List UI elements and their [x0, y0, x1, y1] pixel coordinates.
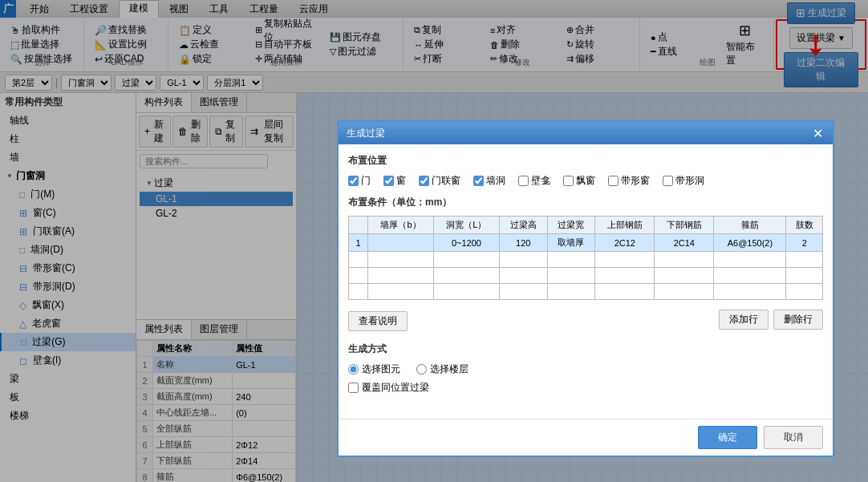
- table-action-btns: 添加行 删除行: [719, 310, 823, 330]
- modal-overlay: 生成过梁 ✕ 布置位置 门 窗 门联窗: [0, 0, 868, 482]
- modal-body: 布置位置 门 窗 门联窗 墙洞: [339, 144, 833, 419]
- del-row-btn[interactable]: 删除行: [773, 310, 823, 330]
- checkbox-wall-opening[interactable]: 墙洞: [473, 174, 505, 188]
- cancel-btn[interactable]: 取消: [764, 426, 823, 449]
- checkbox-bay-window[interactable]: 飘窗: [563, 174, 595, 188]
- modal-header: 生成过梁 ✕: [339, 122, 833, 144]
- generate-options-left: 选择图元 选择楼层 覆盖同位置过梁: [348, 363, 468, 395]
- condition-row-empty2: [349, 268, 823, 284]
- condition-section-title: 布置条件（单位：mm）: [348, 196, 823, 209]
- checkbox-window[interactable]: 窗: [383, 174, 406, 188]
- checkbox-door-window-combo[interactable]: 门联窗: [419, 174, 460, 188]
- placement-checkboxes: 门 窗 门联窗 墙洞 壁龛: [348, 174, 823, 188]
- add-row-btn[interactable]: 添加行: [719, 310, 769, 330]
- condition-row-1: 1 0~1200 120 取墙厚 2C12 2C14 A6@150(2) 2: [349, 234, 823, 252]
- modal-footer: 确定 取消: [339, 419, 833, 456]
- view-description-btn[interactable]: 查看说明: [348, 311, 408, 331]
- condition-row-empty3: [349, 284, 823, 300]
- checkbox-door[interactable]: 门: [348, 174, 371, 188]
- checkbox-strip-window[interactable]: 带形窗: [608, 174, 650, 188]
- placement-section-title: 布置位置: [348, 154, 823, 168]
- modal-close-btn[interactable]: ✕: [810, 126, 825, 140]
- condition-row-empty: [349, 252, 823, 268]
- radio-select-element[interactable]: 选择图元: [348, 363, 400, 376]
- generate-lintel-modal: 生成过梁 ✕ 布置位置 门 窗 门联窗: [337, 120, 834, 457]
- condition-table: 墙厚（b） 洞宽（L） 过梁高 过梁宽 上部钢筋 下部钢筋 箍筋 肢数 1 0: [348, 216, 823, 300]
- checkbox-cover-same-pos[interactable]: 覆盖同位置过梁: [348, 381, 468, 395]
- generate-radio-group: 选择图元 选择楼层: [348, 363, 468, 376]
- confirm-btn[interactable]: 确定: [698, 426, 757, 449]
- condition-table-header: 墙厚（b） 洞宽（L） 过梁高 过梁宽 上部钢筋 下部钢筋 箍筋 肢数: [349, 217, 823, 234]
- generate-method-title: 生成方式: [348, 342, 823, 356]
- checkbox-strip-opening[interactable]: 带形洞: [663, 174, 704, 188]
- checkbox-niche[interactable]: 壁龛: [518, 174, 550, 188]
- radio-select-floor[interactable]: 选择楼层: [416, 363, 468, 376]
- generate-method-section: 生成方式 选择图元 选择楼层: [348, 342, 823, 395]
- modal-title: 生成过梁: [347, 127, 385, 140]
